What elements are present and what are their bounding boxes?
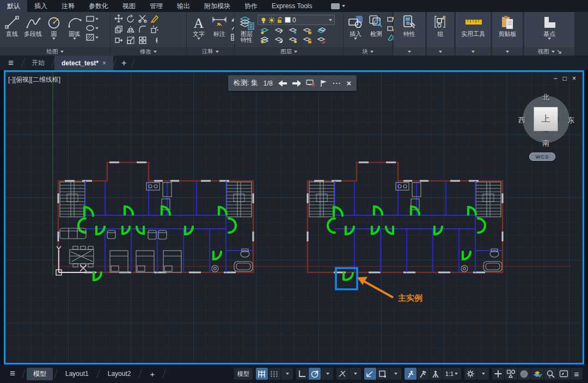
hatch-tool-icon[interactable] [85,33,94,41]
isoplane-dropdown[interactable] [349,368,361,380]
layer-properties-button[interactable]: 图层特性 [237,14,256,44]
polar-toggle[interactable] [309,368,321,380]
annotation-monitor-button[interactable] [492,368,504,380]
workspace-gear-button[interactable] [464,368,476,380]
panel-layer-footer[interactable]: 图层 [235,47,343,56]
tab-insert[interactable]: 插入 [27,0,54,12]
line-button[interactable]: 直线 [2,14,22,38]
tab-collaborate[interactable]: 协作 [237,0,265,12]
next-arrow-icon[interactable] [292,80,301,87]
drawing-canvas[interactable]: [-][俯视][二维线框] − □ × 检测: 集 1/8 ··· × [5,72,583,363]
close-detect-icon[interactable]: × [347,79,351,88]
object-search-button[interactable] [544,368,557,380]
explode-tool-icon[interactable] [150,26,159,34]
detect-button[interactable]: 检测 [366,14,386,38]
model-space-button[interactable]: 模型 [234,368,253,380]
close-tab-icon[interactable]: × [102,59,106,67]
tab-output[interactable]: 输出 [170,0,197,12]
tab-view[interactable]: 视图 [115,0,143,12]
snap-dropdown[interactable] [281,368,293,380]
circle-button[interactable]: 圆 [44,14,64,40]
annotation-scale-button[interactable] [430,368,442,380]
file-tab-detect-test[interactable]: detect_test* × [54,56,113,70]
layer-freeze-icon[interactable] [289,26,297,34]
panel-properties-footer[interactable] [394,47,425,56]
clipboard-button[interactable]: 剪贴板 [498,14,518,38]
trim-tool-icon[interactable] [138,15,147,23]
text-button[interactable]: A 文字 [189,14,209,40]
tab-manage[interactable]: 管理 [143,0,170,12]
grid-toggle[interactable] [256,368,268,380]
osnap-toggle[interactable] [377,368,389,380]
properties-button[interactable]: 特性 [400,14,419,38]
viewcube-top-face[interactable]: 上 [534,107,558,131]
rectangle-tool-icon[interactable] [85,15,94,23]
workspace-dropdown[interactable] [477,368,489,380]
insert-block-button[interactable]: 插入 [346,14,365,40]
annotation-autoscale-toggle[interactable] [417,368,429,380]
annotation-visibility-toggle[interactable] [405,368,416,380]
graphics-performance-button[interactable] [531,368,544,380]
restore-icon[interactable]: □ [563,75,567,82]
panel-utilities-footer[interactable] [456,47,491,56]
layer-lock-icon[interactable] [303,26,311,34]
tab-express-tools[interactable]: Express Tools [265,0,319,12]
tab-annotate[interactable]: 注释 [54,0,82,12]
layer-unlock-icon[interactable] [303,35,311,44]
close-icon[interactable]: × [572,75,576,82]
panel-group-footer[interactable] [427,47,454,56]
ellipse-tool-icon[interactable] [85,24,94,32]
tab-addins[interactable]: 附加模块 [197,0,237,12]
copy-tool-icon[interactable] [114,26,123,34]
layer-thaw-icon[interactable] [289,35,297,44]
tab-parametric[interactable]: 参数化 [82,0,115,12]
minimize-icon[interactable]: − [554,75,558,82]
layer-prev-icon[interactable] [274,35,283,44]
group-button[interactable]: 组 [431,14,450,38]
panel-launcher-icon[interactable] [557,50,561,54]
panel-annotate-footer[interactable]: 注释 [187,47,234,56]
layer-on-icon[interactable] [260,35,269,44]
viewcube-east[interactable]: 东 [567,115,574,125]
mark-instance-icon[interactable] [306,80,315,87]
move-tool-icon[interactable] [114,15,123,23]
door-arc[interactable] [94,272,101,280]
layer-merge-icon[interactable] [317,35,326,44]
osnap-track-toggle[interactable] [364,368,376,380]
panel-clipboard-footer[interactable] [492,47,523,56]
isoplane-toggle[interactable] [336,368,348,380]
dimension-button[interactable]: 标注 [210,14,229,38]
wcs-badge[interactable]: WCS [529,153,555,161]
more-options-icon[interactable]: ··· [333,80,341,87]
scale-tool-icon[interactable] [126,37,135,45]
clean-screen-button[interactable] [518,368,530,380]
viewcube-north[interactable]: 北 [542,93,549,102]
fillet-tool-icon[interactable] [138,26,147,34]
snap-toggle[interactable] [268,368,280,380]
flag-icon[interactable] [320,80,327,87]
viewcube-south[interactable]: 南 [542,138,549,148]
fullscreen-button[interactable] [558,368,570,380]
layer-dropdown[interactable]: 0 [258,15,335,25]
file-tab-start[interactable]: 开始 [24,56,52,70]
polyline-button[interactable]: 多段线 [23,14,43,38]
stretch-tool-icon[interactable] [114,37,123,45]
panel-draw-footer[interactable]: 绘图 [0,47,110,56]
offset-tool-icon[interactable] [150,37,159,45]
tab-default[interactable]: 默认 [0,0,27,12]
layer-isolate-icon[interactable] [274,26,283,34]
building-left[interactable] [58,162,253,280]
isolate-objects-button[interactable] [505,368,517,380]
ortho-toggle[interactable] [296,368,308,380]
viewcube-west[interactable]: 西 [518,115,525,125]
panel-modify-footer[interactable]: 修改 [111,47,186,56]
customization-button[interactable]: ≡ [571,368,583,380]
new-drawing-button[interactable]: + [116,56,132,70]
viewport-controls[interactable]: [-][俯视][二维线框] [8,75,60,84]
utilities-button[interactable]: 实用工具 [460,14,486,38]
new-layout-button[interactable]: + [143,368,161,380]
drawing-entities[interactable]: 主实例 [5,72,583,363]
panel-view-footer[interactable]: 视图 [524,47,574,56]
basepoint-button[interactable]: 基点 [540,14,559,40]
panel-block-footer[interactable]: 块 [344,47,392,56]
